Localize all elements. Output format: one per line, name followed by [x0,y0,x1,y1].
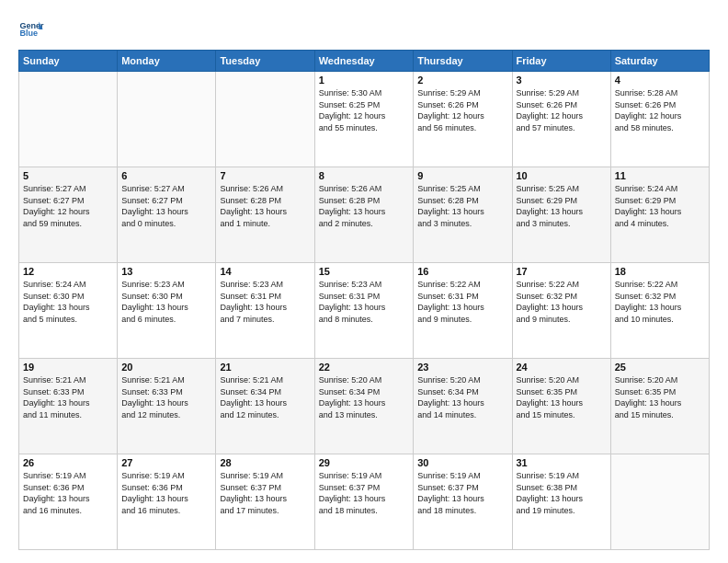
weekday-header-friday: Friday [512,51,610,72]
weekday-header-thursday: Thursday [414,51,512,72]
day-info: Sunrise: 5:23 AMSunset: 6:31 PMDaylight:… [319,279,409,325]
day-number: 22 [319,362,409,373]
calendar-cell: 17Sunrise: 5:22 AMSunset: 6:32 PMDayligh… [512,263,610,359]
day-info: Sunrise: 5:24 AMSunset: 6:30 PMDaylight:… [23,279,113,325]
calendar-cell: 7Sunrise: 5:26 AMSunset: 6:28 PMDaylight… [216,167,314,263]
calendar-cell: 23Sunrise: 5:20 AMSunset: 6:34 PMDayligh… [414,359,512,454]
calendar-cell: 12Sunrise: 5:24 AMSunset: 6:30 PMDayligh… [19,263,118,359]
calendar-cell [610,454,709,550]
day-info: Sunrise: 5:23 AMSunset: 6:31 PMDaylight:… [220,279,310,325]
day-number: 28 [220,457,310,468]
day-number: 8 [319,170,409,181]
calendar-week-2: 5Sunrise: 5:27 AMSunset: 6:27 PMDaylight… [19,167,710,263]
day-info: Sunrise: 5:21 AMSunset: 6:33 PMDaylight:… [23,374,113,420]
header: General Blue [18,17,710,42]
day-info: Sunrise: 5:29 AMSunset: 6:26 PMDaylight:… [517,87,607,133]
day-info: Sunrise: 5:24 AMSunset: 6:29 PMDaylight:… [615,183,705,229]
day-info: Sunrise: 5:22 AMSunset: 6:32 PMDaylight:… [615,279,705,325]
day-info: Sunrise: 5:26 AMSunset: 6:28 PMDaylight:… [319,183,409,229]
calendar-cell: 11Sunrise: 5:24 AMSunset: 6:29 PMDayligh… [610,167,709,263]
day-number: 17 [517,266,607,277]
day-info: Sunrise: 5:27 AMSunset: 6:27 PMDaylight:… [23,183,113,229]
calendar-cell: 8Sunrise: 5:26 AMSunset: 6:28 PMDaylight… [314,167,413,263]
day-number: 15 [319,266,409,277]
day-number: 2 [417,75,507,86]
day-info: Sunrise: 5:20 AMSunset: 6:34 PMDaylight:… [319,374,409,420]
day-number: 4 [615,75,705,86]
calendar-cell: 1Sunrise: 5:30 AMSunset: 6:25 PMDaylight… [314,72,413,167]
day-number: 16 [417,266,507,277]
calendar-cell: 22Sunrise: 5:20 AMSunset: 6:34 PMDayligh… [314,359,413,454]
day-number: 5 [23,170,113,181]
calendar-cell: 28Sunrise: 5:19 AMSunset: 6:37 PMDayligh… [216,454,314,550]
day-info: Sunrise: 5:28 AMSunset: 6:26 PMDaylight:… [615,87,705,133]
day-info: Sunrise: 5:20 AMSunset: 6:34 PMDaylight:… [417,374,507,420]
calendar-week-3: 12Sunrise: 5:24 AMSunset: 6:30 PMDayligh… [19,263,710,359]
calendar-cell: 3Sunrise: 5:29 AMSunset: 6:26 PMDaylight… [512,72,610,167]
calendar-cell: 13Sunrise: 5:23 AMSunset: 6:30 PMDayligh… [118,263,216,359]
day-info: Sunrise: 5:22 AMSunset: 6:32 PMDaylight:… [517,279,607,325]
day-number: 24 [517,362,607,373]
calendar-cell: 4Sunrise: 5:28 AMSunset: 6:26 PMDaylight… [610,72,709,167]
day-number: 23 [417,362,507,373]
day-info: Sunrise: 5:30 AMSunset: 6:25 PMDaylight:… [319,87,409,133]
day-number: 19 [23,362,113,373]
day-number: 11 [615,170,705,181]
day-info: Sunrise: 5:26 AMSunset: 6:28 PMDaylight:… [220,183,310,229]
day-info: Sunrise: 5:20 AMSunset: 6:35 PMDaylight:… [615,374,705,420]
calendar-week-4: 19Sunrise: 5:21 AMSunset: 6:33 PMDayligh… [19,359,710,454]
calendar-cell: 9Sunrise: 5:25 AMSunset: 6:28 PMDaylight… [414,167,512,263]
day-number: 13 [121,266,211,277]
day-number: 14 [220,266,310,277]
calendar-cell: 6Sunrise: 5:27 AMSunset: 6:27 PMDaylight… [118,167,216,263]
calendar-cell: 2Sunrise: 5:29 AMSunset: 6:26 PMDaylight… [414,72,512,167]
calendar-cell: 10Sunrise: 5:25 AMSunset: 6:29 PMDayligh… [512,167,610,263]
day-number: 20 [121,362,211,373]
weekday-header-saturday: Saturday [610,51,709,72]
day-info: Sunrise: 5:29 AMSunset: 6:26 PMDaylight:… [417,87,507,133]
page: General Blue SundayMondayTuesdayWednesda… [0,0,728,563]
calendar-cell: 26Sunrise: 5:19 AMSunset: 6:36 PMDayligh… [19,454,118,550]
day-info: Sunrise: 5:25 AMSunset: 6:29 PMDaylight:… [517,183,607,229]
calendar-cell [216,72,314,167]
day-info: Sunrise: 5:19 AMSunset: 6:36 PMDaylight:… [23,470,113,516]
weekday-header-monday: Monday [118,51,216,72]
day-number: 10 [517,170,607,181]
day-number: 18 [615,266,705,277]
logo-icon: General Blue [18,17,44,42]
calendar-cell: 14Sunrise: 5:23 AMSunset: 6:31 PMDayligh… [216,263,314,359]
day-info: Sunrise: 5:19 AMSunset: 6:36 PMDaylight:… [121,470,211,516]
day-number: 12 [23,266,113,277]
weekday-header-row: SundayMondayTuesdayWednesdayThursdayFrid… [19,51,710,72]
day-number: 31 [517,457,607,468]
day-info: Sunrise: 5:19 AMSunset: 6:37 PMDaylight:… [319,470,409,516]
calendar-cell [19,72,118,167]
calendar-cell: 30Sunrise: 5:19 AMSunset: 6:37 PMDayligh… [414,454,512,550]
day-info: Sunrise: 5:19 AMSunset: 6:37 PMDaylight:… [417,470,507,516]
calendar-cell: 24Sunrise: 5:20 AMSunset: 6:35 PMDayligh… [512,359,610,454]
calendar-cell: 29Sunrise: 5:19 AMSunset: 6:37 PMDayligh… [314,454,413,550]
calendar-table: SundayMondayTuesdayWednesdayThursdayFrid… [18,50,710,550]
day-info: Sunrise: 5:19 AMSunset: 6:38 PMDaylight:… [517,470,607,516]
calendar-cell: 5Sunrise: 5:27 AMSunset: 6:27 PMDaylight… [19,167,118,263]
calendar-cell: 21Sunrise: 5:21 AMSunset: 6:34 PMDayligh… [216,359,314,454]
day-number: 30 [417,457,507,468]
day-number: 29 [319,457,409,468]
day-number: 3 [517,75,607,86]
day-number: 21 [220,362,310,373]
calendar-cell [118,72,216,167]
svg-text:Blue: Blue [19,29,38,38]
day-info: Sunrise: 5:27 AMSunset: 6:27 PMDaylight:… [121,183,211,229]
calendar-cell: 18Sunrise: 5:22 AMSunset: 6:32 PMDayligh… [610,263,709,359]
day-info: Sunrise: 5:22 AMSunset: 6:31 PMDaylight:… [417,279,507,325]
calendar-cell: 31Sunrise: 5:19 AMSunset: 6:38 PMDayligh… [512,454,610,550]
calendar-week-5: 26Sunrise: 5:19 AMSunset: 6:36 PMDayligh… [19,454,710,550]
day-info: Sunrise: 5:20 AMSunset: 6:35 PMDaylight:… [517,374,607,420]
day-number: 9 [417,170,507,181]
day-info: Sunrise: 5:25 AMSunset: 6:28 PMDaylight:… [417,183,507,229]
day-info: Sunrise: 5:21 AMSunset: 6:34 PMDaylight:… [220,374,310,420]
weekday-header-tuesday: Tuesday [216,51,314,72]
calendar-cell: 27Sunrise: 5:19 AMSunset: 6:36 PMDayligh… [118,454,216,550]
calendar-week-1: 1Sunrise: 5:30 AMSunset: 6:25 PMDaylight… [19,72,710,167]
weekday-header-sunday: Sunday [19,51,118,72]
